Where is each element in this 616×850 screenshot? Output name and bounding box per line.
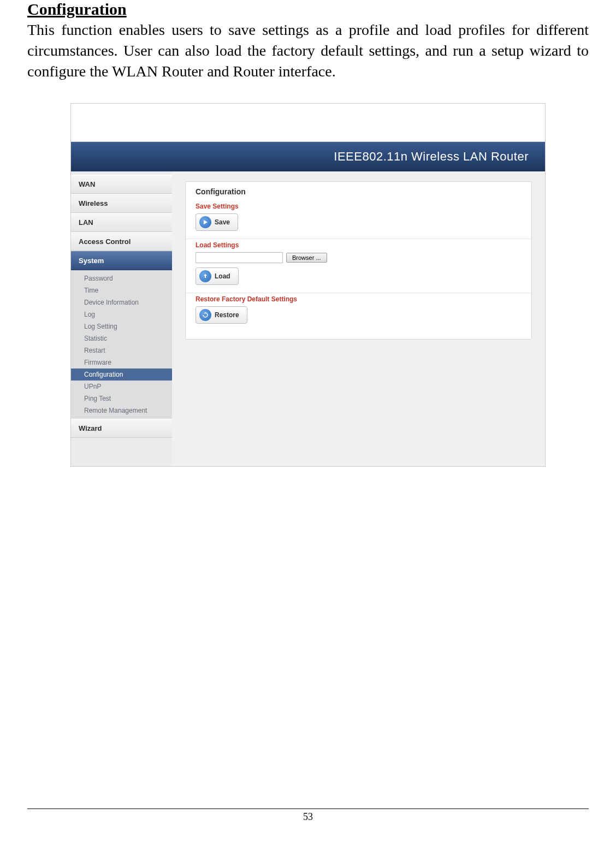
router-banner: IEEE802.11n Wireless LAN Router [71, 142, 545, 171]
nav-sub-statistic[interactable]: Statistic [71, 332, 172, 344]
load-settings-section: Load Settings Browser ... Load [186, 239, 531, 293]
section-description: This function enables users to save sett… [27, 20, 589, 81]
nav-sub-log-setting[interactable]: Log Setting [71, 320, 172, 332]
nav-system-submenu: Password Time Device Information Log Log… [71, 270, 172, 419]
nav-sub-device-info[interactable]: Device Information [71, 296, 172, 308]
page-number: 53 [303, 811, 313, 822]
section-heading: Configuration [27, 0, 589, 19]
nav-sub-firmware[interactable]: Firmware [71, 356, 172, 368]
nav-sub-restart[interactable]: Restart [71, 344, 172, 356]
nav-sub-password[interactable]: Password [71, 272, 172, 284]
load-button-label: Load [215, 272, 230, 280]
refresh-icon [199, 309, 211, 321]
restore-label: Restore Factory Default Settings [196, 295, 522, 303]
nav-sub-upnp[interactable]: UPnP [71, 381, 172, 393]
nav-wan[interactable]: WAN [71, 175, 172, 194]
nav-sub-log[interactable]: Log [71, 308, 172, 320]
browser-button[interactable]: Browser ... [286, 253, 327, 263]
save-settings-section: Save Settings Save [186, 200, 531, 239]
load-button[interactable]: Load [196, 268, 239, 285]
save-button[interactable]: Save [196, 213, 238, 231]
save-button-label: Save [215, 218, 230, 226]
svg-marker-1 [204, 312, 205, 314]
nav-system[interactable]: System [71, 251, 172, 270]
file-path-input[interactable] [196, 252, 283, 263]
sidebar-nav: WAN Wireless LAN Access Control System P… [71, 171, 172, 466]
play-icon [199, 216, 211, 228]
router-admin-screenshot: IEEE802.11n Wireless LAN Router WAN Wire… [70, 103, 546, 467]
panel-title: Configuration [186, 182, 531, 200]
nav-wireless[interactable]: Wireless [71, 194, 172, 213]
save-settings-label: Save Settings [196, 203, 522, 210]
svg-marker-0 [204, 220, 208, 224]
nav-wizard[interactable]: Wizard [71, 419, 172, 438]
banner-title: IEEE802.11n Wireless LAN Router [334, 150, 529, 164]
restore-button-label: Restore [215, 311, 239, 319]
nav-sub-remote-mgmt[interactable]: Remote Management [71, 405, 172, 417]
restore-button[interactable]: Restore [196, 306, 247, 324]
page-footer: 53 [27, 809, 589, 823]
load-settings-label: Load Settings [196, 241, 522, 249]
nav-access-control[interactable]: Access Control [71, 232, 172, 251]
upload-icon [199, 270, 211, 282]
nav-sub-configuration[interactable]: Configuration [71, 368, 172, 381]
configuration-panel: Configuration Save Settings Save [185, 181, 532, 340]
restore-section: Restore Factory Default Settings Restore [186, 293, 531, 331]
nav-lan[interactable]: LAN [71, 213, 172, 232]
nav-sub-time[interactable]: Time [71, 284, 172, 296]
nav-sub-ping-test[interactable]: Ping Test [71, 393, 172, 405]
screenshot-header-blank [71, 104, 545, 142]
content-area: Configuration Save Settings Save [172, 171, 545, 466]
